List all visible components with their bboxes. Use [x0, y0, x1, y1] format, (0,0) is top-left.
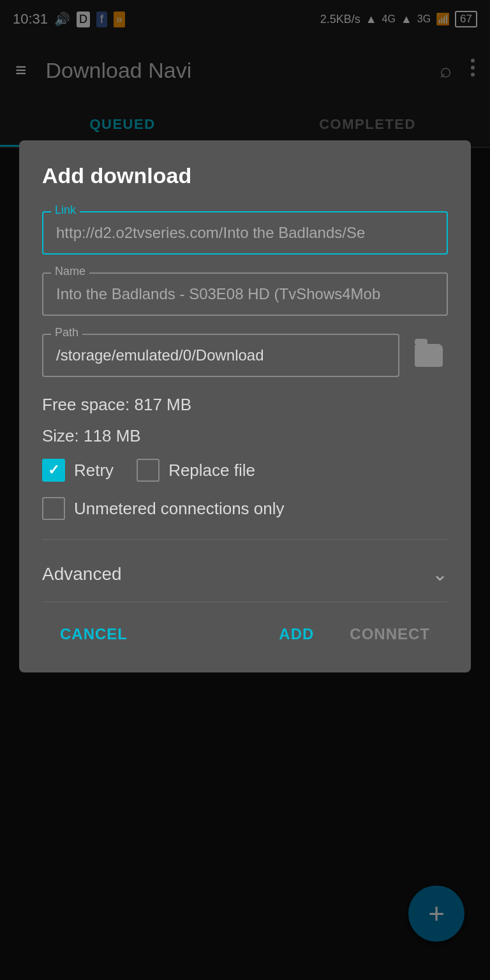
path-row: Path — [42, 334, 448, 377]
divider — [42, 539, 448, 540]
advanced-chevron-icon: ⌄ — [432, 563, 448, 585]
replace-file-checkbox-item[interactable]: Replace file — [137, 459, 255, 482]
add-download-dialog: Add download Link Name Path Free space: … — [19, 140, 471, 672]
retry-checkbox[interactable] — [42, 459, 65, 482]
name-field-group: Name — [42, 272, 448, 316]
size-text: Size: 118 MB — [42, 426, 448, 446]
path-input[interactable] — [42, 334, 399, 377]
actions-divider — [42, 602, 448, 602]
unmetered-checkbox-item[interactable]: Unmetered connections only — [42, 497, 448, 520]
advanced-section[interactable]: Advanced ⌄ — [42, 553, 448, 595]
checkboxes-row: Retry Replace file — [42, 459, 448, 482]
folder-icon — [415, 344, 443, 367]
retry-label: Retry — [74, 461, 114, 480]
path-label: Path — [51, 326, 82, 339]
replace-file-label: Replace file — [168, 461, 255, 480]
link-field-group: Link — [42, 211, 448, 255]
unmetered-label: Unmetered connections only — [74, 499, 285, 519]
free-space-text: Free space: 817 MB — [42, 395, 448, 415]
path-field-wrap: Path — [42, 334, 399, 377]
link-input[interactable] — [42, 211, 448, 255]
browse-folder-button[interactable] — [410, 336, 448, 375]
link-label: Link — [51, 204, 80, 217]
add-button[interactable]: ADD — [261, 615, 332, 653]
name-label: Name — [51, 265, 89, 278]
retry-checkbox-item[interactable]: Retry — [42, 459, 114, 482]
advanced-label: Advanced — [42, 564, 122, 584]
cancel-button[interactable]: CANCEL — [42, 615, 145, 653]
dialog-actions: CANCEL ADD CONNECT — [42, 615, 448, 653]
name-input[interactable] — [42, 272, 448, 316]
connect-button[interactable]: CONNECT — [332, 615, 448, 653]
dialog-title: Add download — [42, 163, 448, 188]
replace-file-checkbox[interactable] — [137, 459, 160, 482]
unmetered-checkbox[interactable] — [42, 497, 65, 520]
